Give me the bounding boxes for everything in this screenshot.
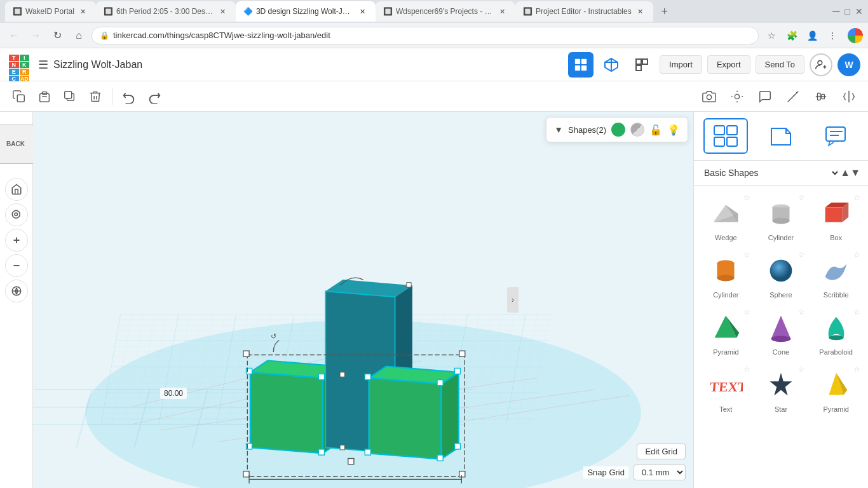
- tinkercad-logo[interactable]: T I N K E R C AD: [8, 53, 31, 76]
- shape-img-sphere: [763, 253, 799, 288]
- shape-pyramid[interactable]: ☆ Pyramid: [699, 305, 753, 361]
- canvas-area[interactable]: ↺ 80.00 ▼ Shapes(2) 🔓 💡: [33, 112, 693, 488]
- maximize-button[interactable]: □: [845, 6, 850, 17]
- home-button[interactable]: ⌂: [70, 27, 88, 44]
- home-view-button[interactable]: [5, 178, 28, 201]
- forward-button[interactable]: →: [27, 27, 44, 44]
- svg-point-117: [829, 336, 843, 341]
- shapes-eye-icon[interactable]: 💡: [667, 124, 680, 136]
- menu-icon[interactable]: ☰: [38, 58, 48, 72]
- shape-paraboloid[interactable]: ☆ Paraboloid: [809, 305, 863, 361]
- shape-star-5[interactable]: ☆: [798, 250, 805, 259]
- menu-button[interactable]: ⋮: [824, 27, 841, 44]
- panel-profile-button[interactable]: [759, 118, 803, 154]
- edit-grid-button[interactable]: Edit Grid: [637, 444, 686, 459]
- duplicate-icon: [63, 90, 77, 104]
- export-button[interactable]: Export: [707, 55, 750, 74]
- shape-color-gray[interactable]: [630, 123, 644, 137]
- tab-close-5[interactable]: ✕: [635, 6, 646, 17]
- perspective-button[interactable]: [5, 280, 28, 302]
- logo-cell-e: R: [20, 69, 30, 75]
- back-button[interactable]: ←: [5, 27, 23, 44]
- tab-close-1[interactable]: ✕: [78, 6, 88, 17]
- svg-rect-85: [459, 351, 465, 356]
- browser-tab-3[interactable]: 🔷 3D design Sizzling Wolt-Jaban... ✕: [236, 1, 376, 22]
- browser-tab-5[interactable]: 🔲 Project Editor - Instructables ✕: [515, 1, 653, 22]
- comment-tool-button[interactable]: [754, 85, 776, 108]
- shape-star-4[interactable]: ☆: [743, 250, 750, 259]
- tab-close-3[interactable]: ✕: [358, 6, 368, 17]
- browser-tab-1[interactable]: 🔲 WakeID Portal ✕: [5, 1, 96, 22]
- shape-color-green[interactable]: [611, 123, 625, 137]
- canvas-svg: ↺: [33, 112, 693, 488]
- close-button[interactable]: ✕: [855, 6, 863, 17]
- shape-star-7[interactable]: ☆: [743, 308, 750, 316]
- fit-view-button[interactable]: [5, 203, 28, 226]
- tab-favicon-3: 🔷: [243, 7, 252, 16]
- refresh-button[interactable]: ↻: [48, 27, 66, 44]
- undo-tool-button[interactable]: [118, 85, 140, 108]
- redo-tool-button[interactable]: [143, 85, 166, 108]
- shape-sphere[interactable]: ☆ Sphere: [754, 248, 808, 304]
- shapes-chevron[interactable]: ▼: [554, 125, 563, 135]
- shape-library-select[interactable]: Basic Shapes: [702, 165, 840, 181]
- grid-view-button[interactable]: [568, 52, 593, 78]
- panel-chat-button[interactable]: [814, 118, 858, 154]
- tab-close-4[interactable]: ✕: [498, 6, 508, 17]
- panel-collapse-button[interactable]: ›: [507, 287, 519, 313]
- ruler-tool-button[interactable]: [782, 85, 804, 108]
- camera-tool-button[interactable]: [698, 85, 721, 108]
- zoom-in-icon: [11, 234, 22, 246]
- zoom-out-button[interactable]: [5, 254, 28, 277]
- user-avatar[interactable]: W: [837, 53, 860, 76]
- minimize-button[interactable]: ─: [832, 6, 839, 17]
- snap-grid-select[interactable]: 0.1 mm: [634, 464, 686, 480]
- browser-tab-4[interactable]: 🔲 Wdspencer69's Projects - Instr... ✕: [376, 1, 515, 22]
- zoom-in-button[interactable]: [5, 229, 28, 252]
- shape-star-shape[interactable]: ☆ Star: [754, 362, 808, 418]
- shape-star-10[interactable]: ☆: [743, 365, 750, 374]
- shape-scribble[interactable]: ☆ Scribble: [809, 248, 863, 304]
- extensions-button[interactable]: 🧩: [783, 27, 801, 44]
- light-tool-button[interactable]: [726, 85, 749, 108]
- svg-rect-82: [454, 444, 460, 449]
- send-to-button[interactable]: Send To: [756, 55, 804, 74]
- profile-button[interactable]: 👤: [803, 27, 821, 44]
- view-cube[interactable]: BACK: [0, 119, 38, 170]
- tab-close-2[interactable]: ✕: [218, 6, 228, 17]
- shape-star-12[interactable]: ☆: [853, 365, 860, 374]
- add-user-button[interactable]: [810, 53, 832, 76]
- blocks-view-button[interactable]: [629, 52, 654, 78]
- browser-tab-2[interactable]: 🔲 6th Period 2:05 - 3:00 Design... ✕: [96, 1, 236, 22]
- shape-box[interactable]: ☆ Box: [809, 191, 863, 247]
- bookmark-button[interactable]: ☆: [763, 27, 780, 44]
- address-bar[interactable]: 🔒 tinkercad.com/things/casp8CTWjwe-sizzl…: [92, 27, 759, 44]
- delete-tool-button[interactable]: [84, 85, 107, 108]
- shape-star-9[interactable]: ☆: [853, 308, 860, 316]
- shape-star-2[interactable]: ☆: [798, 193, 805, 202]
- shape-star-6[interactable]: ☆: [853, 250, 860, 259]
- svg-rect-95: [714, 137, 724, 146]
- logo-cell-r: C: [9, 76, 19, 82]
- import-button[interactable]: Import: [660, 55, 702, 74]
- shape-pyramid-2[interactable]: ☆ Pyramid: [809, 362, 863, 418]
- shape-cylinder[interactable]: ☆ Cylinder: [754, 191, 808, 247]
- shape-wedge[interactable]: ☆ Wedge: [699, 191, 753, 247]
- shape-text[interactable]: ☆ TEXT Text: [699, 362, 753, 418]
- paste-tool-button[interactable]: [33, 85, 56, 108]
- shape-star-3[interactable]: ☆: [853, 193, 860, 202]
- shape-star-1[interactable]: ☆: [743, 193, 750, 202]
- duplicate-tool-button[interactable]: [58, 85, 81, 108]
- panel-shapes-button[interactable]: [703, 118, 748, 154]
- align-tool-button[interactable]: [810, 85, 832, 108]
- new-tab-button[interactable]: +: [656, 3, 674, 20]
- shape-star-11[interactable]: ☆: [798, 365, 805, 374]
- 3d-view-button[interactable]: [599, 52, 624, 78]
- shape-cone[interactable]: ☆ Cone: [754, 305, 808, 361]
- copy-tool-button[interactable]: [8, 85, 31, 108]
- shapes-lock-icon[interactable]: 🔓: [649, 124, 662, 136]
- mirror-tool-button[interactable]: [837, 85, 860, 108]
- shape-star-8[interactable]: ☆: [798, 308, 805, 316]
- shape-cylinder-2[interactable]: ☆ Cylinder: [699, 248, 753, 304]
- shape-img-pyramid: [708, 310, 743, 346]
